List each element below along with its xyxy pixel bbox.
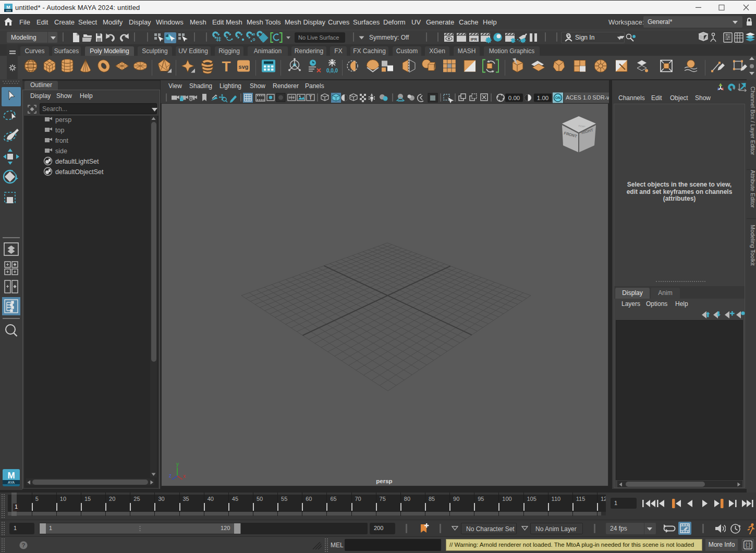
svg-text:defaultLightSet: defaultLightSet: [55, 158, 99, 165]
svg-text:svg: svg: [239, 64, 249, 70]
svg-text:T: T: [309, 95, 312, 101]
svg-text:AYA: AYA: [8, 481, 15, 484]
svg-text:ACES 1.0 SDR-v: ACES 1.0 SDR-v: [566, 94, 609, 101]
svg-text:T: T: [222, 58, 230, 75]
svg-text:{;}: {;}: [746, 542, 751, 548]
svg-text:x: x: [183, 473, 186, 479]
svg-text:M: M: [6, 5, 10, 10]
svg-text:defaultObjectSet: defaultObjectSet: [55, 168, 104, 176]
svg-text:front: front: [55, 137, 69, 144]
svg-text:1.00: 1.00: [537, 95, 548, 101]
svg-text:IPR: IPR: [471, 37, 478, 42]
svg-text:top: top: [55, 127, 64, 134]
svg-text:0.00: 0.00: [508, 95, 520, 101]
svg-text:z: z: [169, 473, 172, 478]
svg-text:ON: ON: [555, 96, 561, 100]
svg-text:0,0,0: 0,0,0: [326, 68, 338, 73]
svg-text:M: M: [7, 471, 15, 481]
svg-text:side: side: [55, 148, 67, 155]
svg-text:y: y: [176, 461, 179, 467]
svg-text:persp: persp: [55, 116, 71, 124]
svg-text:persp: persp: [376, 478, 392, 484]
svg-text:MAYA: MAYA: [6, 10, 11, 12]
svg-text:?: ?: [21, 542, 25, 548]
